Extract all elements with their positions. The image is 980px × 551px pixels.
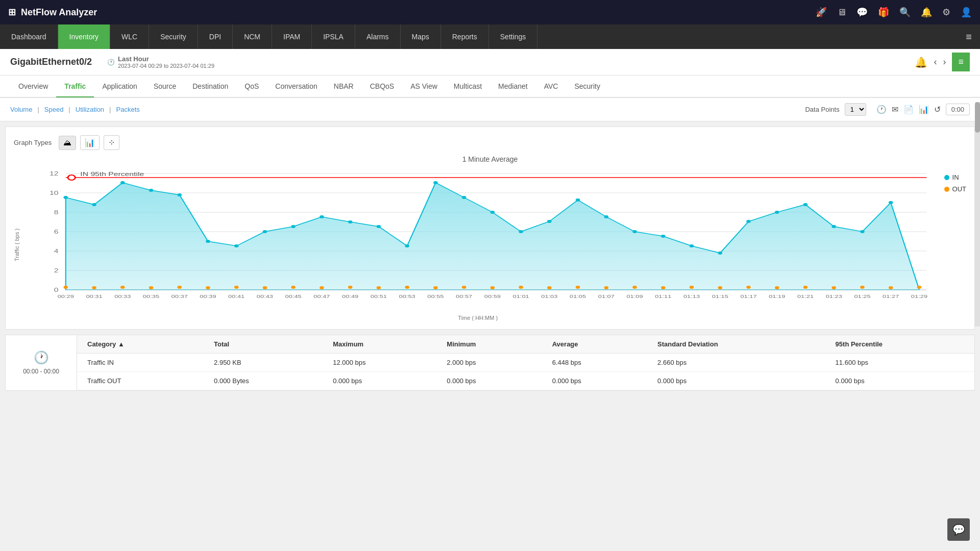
svg-point-65 xyxy=(547,286,552,289)
tab-nbar[interactable]: NBAR xyxy=(326,76,362,97)
svg-text:01:23: 01:23 xyxy=(826,294,842,299)
nav-more-button[interactable]: ≡ xyxy=(958,24,980,49)
chart-legend: IN OUT xyxy=(944,168,966,321)
svg-point-22 xyxy=(177,193,182,196)
svg-text:01:17: 01:17 xyxy=(740,294,756,299)
svg-point-78 xyxy=(917,286,922,289)
notification-settings-icon[interactable]: 🔔 xyxy=(915,56,927,68)
svg-text:00:43: 00:43 xyxy=(257,294,273,299)
cell-pct95-out: 0.000 bps xyxy=(827,372,974,390)
data-points-select[interactable]: 1 2 5 xyxy=(845,103,866,116)
svg-point-23 xyxy=(206,240,210,243)
utilization-link[interactable]: Utilization xyxy=(76,106,104,113)
chevron-left-icon[interactable]: ‹ xyxy=(934,57,937,67)
chat-support-button[interactable]: 💬 xyxy=(947,518,970,541)
export-icon[interactable]: 📊 xyxy=(919,105,929,114)
chevron-right-icon[interactable]: › xyxy=(943,57,946,67)
grid-icon: ⊞ xyxy=(8,7,16,18)
reset-icon[interactable]: ↺ xyxy=(934,105,941,114)
gear-icon[interactable]: ⚙ xyxy=(942,7,950,18)
svg-point-60 xyxy=(405,286,409,289)
tab-multicast[interactable]: Multicast xyxy=(446,76,490,97)
svg-point-67 xyxy=(604,286,609,289)
svg-text:01:27: 01:27 xyxy=(883,294,899,299)
cell-avg-out: 0.000 bps xyxy=(544,372,649,390)
volume-link[interactable]: Volume xyxy=(10,106,32,113)
monitor-icon[interactable]: 🖥 xyxy=(837,7,846,18)
dp-icons: 🕐 ✉ 📄 📊 ↺ xyxy=(876,105,941,114)
svg-text:10: 10 xyxy=(50,190,58,196)
scatter-chart-button[interactable]: ⁘ xyxy=(104,135,119,150)
chart-container: Traffic ( bps ) 12 10 8 6 4 2 0 xyxy=(14,168,966,321)
svg-point-39 xyxy=(661,235,666,238)
email-icon[interactable]: ✉ xyxy=(892,105,898,114)
svg-text:8: 8 xyxy=(54,209,59,215)
rocket-icon[interactable]: 🚀 xyxy=(816,7,827,18)
svg-point-62 xyxy=(462,286,467,289)
tab-destination[interactable]: Destination xyxy=(184,76,236,97)
tab-security[interactable]: Security xyxy=(566,76,608,97)
svg-point-29 xyxy=(377,225,381,228)
chat-icon[interactable]: 💬 xyxy=(856,7,868,18)
stats-table: Category ▲ Total Maximum Minimum Average… xyxy=(77,335,974,390)
hamburger-menu-button[interactable]: ≡ xyxy=(952,53,970,71)
tab-source[interactable]: Source xyxy=(145,76,184,97)
cell-category-in: Traffic IN xyxy=(77,354,206,372)
svg-point-20 xyxy=(120,181,125,184)
nav-item-security[interactable]: Security xyxy=(149,24,198,49)
tab-as-view[interactable]: AS View xyxy=(402,76,446,97)
svg-point-31 xyxy=(433,181,438,184)
svg-point-54 xyxy=(234,286,239,289)
tab-medianet[interactable]: Medianet xyxy=(490,76,536,97)
nav-item-reports[interactable]: Reports xyxy=(441,24,489,49)
user-icon[interactable]: 👤 xyxy=(961,7,972,18)
svg-point-73 xyxy=(775,286,779,289)
svg-point-21 xyxy=(149,189,154,192)
tab-avc[interactable]: AVC xyxy=(536,76,567,97)
nav-item-dpi[interactable]: DPI xyxy=(198,24,233,49)
svg-text:0: 0 xyxy=(54,287,59,293)
search-icon[interactable]: 🔍 xyxy=(899,7,911,18)
tab-conversation[interactable]: Conversation xyxy=(267,76,326,97)
cell-stddev-in: 2.660 bps xyxy=(649,354,827,372)
nav-item-ipam[interactable]: IPAM xyxy=(272,24,312,49)
nav-item-inventory[interactable]: Inventory xyxy=(58,24,111,49)
area-chart-button[interactable]: ⛰ xyxy=(59,136,76,150)
nav-item-ipsla[interactable]: IPSLA xyxy=(312,24,355,49)
scrollbar[interactable] xyxy=(975,102,980,327)
packets-link[interactable]: Packets xyxy=(116,106,140,113)
bar-chart-button[interactable]: 📊 xyxy=(80,135,100,150)
svg-point-32 xyxy=(462,196,467,199)
cell-min-in: 2.000 bps xyxy=(438,354,544,372)
svg-point-55 xyxy=(263,286,267,289)
nav-item-ncm[interactable]: NCM xyxy=(233,24,272,49)
tab-application[interactable]: Application xyxy=(94,76,145,97)
gift-icon[interactable]: 🎁 xyxy=(878,7,889,18)
svg-text:01:03: 01:03 xyxy=(541,294,557,299)
time-reset[interactable]: 0:00 xyxy=(946,104,970,115)
nav-item-settings[interactable]: Settings xyxy=(489,24,538,49)
bell-icon[interactable]: 🔔 xyxy=(921,7,932,18)
tab-traffic[interactable]: Traffic xyxy=(56,76,94,97)
nav-item-wlc[interactable]: WLC xyxy=(110,24,149,49)
svg-point-51 xyxy=(149,286,154,289)
speed-link[interactable]: Speed xyxy=(44,106,64,113)
refresh-schedule-icon[interactable]: 🕐 xyxy=(876,105,887,114)
svg-point-37 xyxy=(604,215,609,218)
cell-total-in: 2.950 KB xyxy=(206,354,325,372)
tab-cbqos[interactable]: CBQoS xyxy=(362,76,402,97)
nav-item-alarms[interactable]: Alarms xyxy=(355,24,401,49)
svg-point-57 xyxy=(320,286,324,289)
svg-point-71 xyxy=(718,286,722,289)
scrollbar-thumb[interactable] xyxy=(975,102,980,133)
nav-item-dashboard[interactable]: Dashboard xyxy=(0,24,58,49)
svg-text:2: 2 xyxy=(54,267,59,273)
nav-item-maps[interactable]: Maps xyxy=(401,24,441,49)
svg-point-61 xyxy=(433,286,438,289)
tab-qos[interactable]: QoS xyxy=(236,76,267,97)
svg-text:01:11: 01:11 xyxy=(655,294,671,299)
svg-text:4: 4 xyxy=(54,248,59,254)
pdf-icon[interactable]: 📄 xyxy=(903,105,914,114)
tab-overview[interactable]: Overview xyxy=(10,76,56,97)
svg-point-19 xyxy=(92,203,96,206)
